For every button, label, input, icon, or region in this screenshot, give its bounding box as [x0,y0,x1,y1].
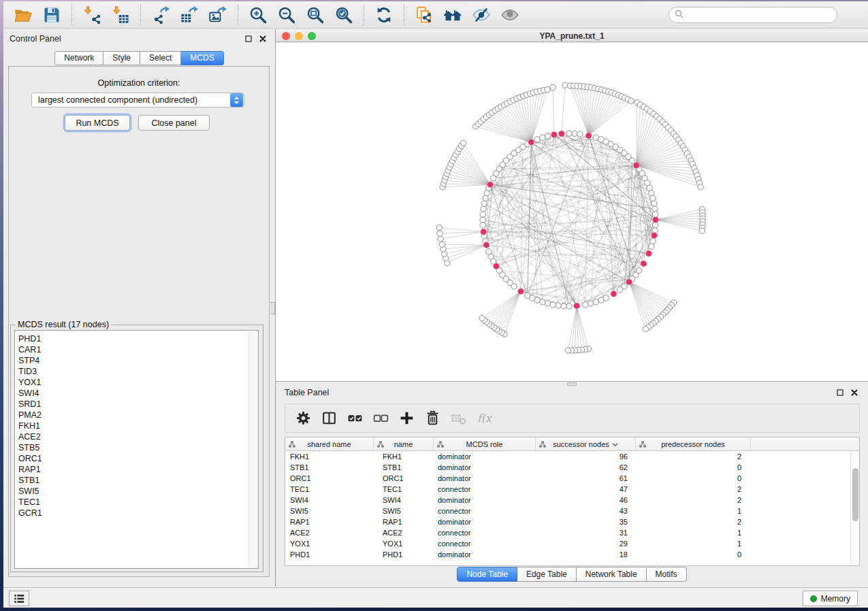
satellite-node[interactable] [545,87,550,93]
mcds-hub-node[interactable] [528,139,534,145]
column-header-name[interactable]: name [374,437,434,450]
network-node[interactable] [650,238,656,244]
mcds-result-item[interactable]: SWI5 [18,486,258,497]
mcds-hub-node[interactable] [626,279,632,285]
network-node[interactable] [481,206,486,212]
satellite-node[interactable] [436,225,442,231]
mcds-hub-node[interactable] [517,288,524,295]
import-table-button[interactable] [108,4,133,26]
mcds-hub-node[interactable] [551,131,557,137]
mcds-hub-node[interactable] [481,229,487,235]
copy-style-button[interactable] [412,4,436,26]
satellite-node[interactable] [699,228,705,233]
hide-selected-button[interactable] [469,4,494,26]
column-header-MCDS-role[interactable]: MCDS role [434,437,536,450]
float-table-panel-icon[interactable] [836,389,844,397]
mcds-result-item[interactable]: YOX1 [18,377,258,388]
table-row[interactable]: SWI5SWI5connector431 [285,506,850,516]
mcds-hub-node[interactable] [641,261,647,267]
network-node[interactable] [588,301,593,306]
mcds-hub-node[interactable] [651,233,657,239]
tab-network[interactable]: Network [54,51,103,65]
network-node[interactable] [480,222,485,228]
network-node[interactable] [480,217,485,222]
gear-button[interactable] [292,408,314,429]
refresh-button[interactable] [372,4,396,26]
mcds-result-list[interactable]: PHD1CAR1STP4TID3YOX1SWI4SRD1PMA2FKH1ACE2… [14,330,259,569]
network-node[interactable] [649,191,654,196]
table-scrollbar[interactable] [850,451,859,565]
tab-mcds[interactable]: MCDS [181,51,223,65]
run-mcds-button[interactable]: Run MCDS [65,115,130,131]
network-node[interactable] [486,249,492,254]
mcds-result-item[interactable]: ORC1 [18,453,258,464]
memory-button[interactable]: Memory [803,591,858,606]
tab-style[interactable]: Style [103,51,140,65]
mcds-hub-node[interactable] [483,242,489,248]
table-row[interactable]: RAP1RAP1dominator352 [285,516,850,527]
network-node[interactable] [593,299,598,305]
network-node[interactable] [540,135,545,140]
trash-button[interactable] [421,408,443,429]
mcds-hub-node[interactable] [611,291,617,297]
mcds-result-item[interactable]: RAP1 [18,464,258,475]
mcds-result-item[interactable]: TID3 [18,366,258,377]
table-row[interactable]: PHD1PHD1dominator180 [285,549,850,560]
table-row[interactable]: TEC1TEC1connector472 [285,484,850,495]
table-row[interactable]: FKH1FKH1dominator962 [285,451,850,462]
mcds-result-item[interactable]: SWI4 [18,388,258,399]
select-all-button[interactable] [344,408,366,429]
satellite-node[interactable] [439,242,445,247]
network-node[interactable] [566,131,572,136]
network-node[interactable] [545,133,550,139]
network-node[interactable] [525,293,530,298]
zoom-fit-button[interactable] [303,4,327,26]
mcds-result-item[interactable]: STB1 [18,475,258,486]
save-button[interactable] [39,4,64,26]
mcds-result-item[interactable]: TEC1 [18,497,258,508]
mcds-hub-node[interactable] [645,250,652,257]
network-node[interactable] [545,301,550,306]
network-node[interactable] [650,195,656,201]
add-button[interactable] [396,408,417,429]
tab-edge-table[interactable]: Edge Table [517,567,577,582]
network-window-titlebar[interactable]: YPA_prune.txt_1 [276,30,868,42]
vertical-splitter-grip[interactable] [269,302,275,314]
search-box[interactable] [669,7,837,23]
network-node[interactable] [572,131,577,136]
column-header-predecessor-nodes[interactable]: predecessor nodes [636,437,751,450]
table-row[interactable]: SWI4SWI4dominator462 [285,495,850,506]
export-network-button[interactable] [148,4,173,26]
mcds-hub-node[interactable] [574,303,580,309]
network-node[interactable] [481,201,487,206]
optimization-criterion-select[interactable]: largest connected component (undirected) [31,93,244,108]
table-row[interactable]: YOX1YOX1connector291 [285,538,850,549]
mcds-list-scrollbar[interactable] [248,331,257,567]
split-pane-button[interactable] [318,408,340,429]
network-node[interactable] [550,302,556,308]
satellite-node[interactable] [628,98,634,103]
network-node[interactable] [480,212,485,217]
open-button[interactable] [11,4,35,26]
network-node[interactable] [652,201,657,206]
network-node[interactable] [561,303,566,309]
close-table-panel-icon[interactable] [850,389,858,397]
mcds-hub-node[interactable] [558,131,564,137]
tab-select[interactable]: Select [140,51,181,65]
network-node[interactable] [583,302,588,308]
network-node[interactable] [483,195,488,201]
mcds-result-item[interactable]: SRD1 [18,399,258,410]
search-input[interactable] [687,10,831,20]
mcds-hub-node[interactable] [585,133,592,139]
satellite-node[interactable] [438,236,443,242]
mcds-hub-node[interactable] [652,216,658,222]
satellite-node[interactable] [550,84,556,90]
tab-motifs[interactable]: Motifs [647,567,687,582]
network-node[interactable] [577,131,583,137]
mcds-hub-node[interactable] [493,263,499,269]
satellite-node[interactable] [565,348,570,353]
mcds-result-item[interactable]: CAR1 [18,344,258,355]
satellite-node[interactable] [479,315,485,320]
network-node[interactable] [653,222,658,228]
mcds-hub-node[interactable] [633,163,639,169]
